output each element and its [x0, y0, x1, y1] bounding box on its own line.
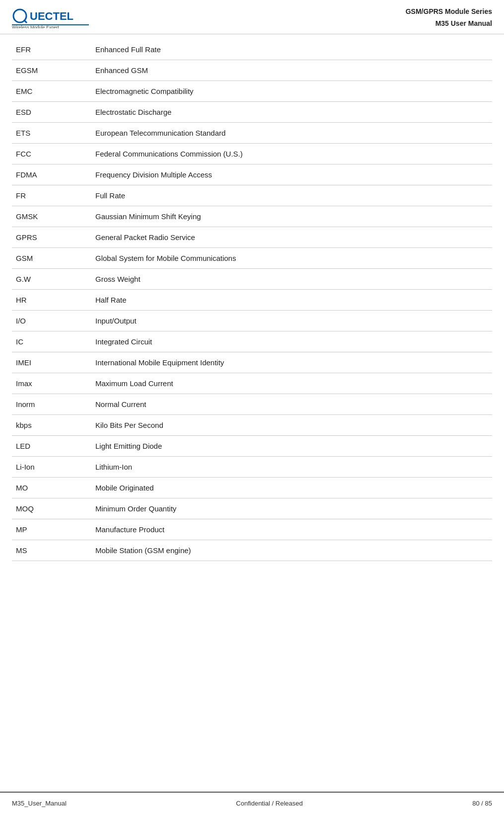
abbreviation-cell: GSM [12, 247, 91, 268]
definition-cell: Enhanced GSM [91, 60, 492, 81]
page-header: UECTEL Wireless Module Expert GSM/GPRS M… [0, 0, 504, 34]
abbreviation-cell: MP [12, 519, 91, 540]
definition-cell: General Packet Radio Service [91, 227, 492, 247]
definition-cell: Mobile Station (GSM engine) [91, 540, 492, 561]
abbreviation-cell: LED [12, 435, 91, 456]
table-row: MPManufacture Product [12, 519, 492, 540]
manual-title: M35 User Manual [406, 18, 492, 30]
abbreviation-cell: GPRS [12, 227, 91, 247]
definition-cell: Input/Output [91, 310, 492, 331]
definition-cell: Federal Communications Commission (U.S.) [91, 143, 492, 164]
table-row: FRFull Rate [12, 185, 492, 206]
svg-line-1 [24, 20, 27, 23]
definition-cell: Full Rate [91, 185, 492, 206]
definition-cell: Electromagnetic Compatibility [91, 81, 492, 101]
table-row: I/OInput/Output [12, 310, 492, 331]
footer-center: Confidential / Released [236, 800, 302, 807]
definition-cell: European Telecommunication Standard [91, 122, 492, 143]
logo-area: UECTEL Wireless Module Expert [12, 6, 91, 28]
table-row: LEDLight Emitting Diode [12, 435, 492, 456]
table-row: EMCElectromagnetic Compatibility [12, 81, 492, 101]
definition-cell: Normal Current [91, 394, 492, 414]
table-row: FCCFederal Communications Commission (U.… [12, 143, 492, 164]
definition-cell: Frequency Division Multiple Access [91, 164, 492, 185]
table-row: GMSKGaussian Minimum Shift Keying [12, 206, 492, 227]
table-row: ImaxMaximum Load Current [12, 373, 492, 394]
abbreviation-cell: FDMA [12, 164, 91, 185]
definition-cell: Kilo Bits Per Second [91, 414, 492, 435]
definition-cell: Gaussian Minimum Shift Keying [91, 206, 492, 227]
logo-brand: UECTEL Wireless Module Expert [12, 6, 91, 28]
abbreviation-cell: MO [12, 477, 91, 498]
page-footer: M35_User_Manual Confidential / Released … [0, 792, 504, 814]
abbreviation-cell: IMEI [12, 352, 91, 373]
abbreviation-cell: kbps [12, 414, 91, 435]
definition-cell: Maximum Load Current [91, 373, 492, 394]
quectel-logo-icon: UECTEL Wireless Module Expert [12, 6, 91, 28]
table-row: InormNormal Current [12, 394, 492, 414]
abbreviation-cell: Imax [12, 373, 91, 394]
abbreviation-cell: GMSK [12, 206, 91, 227]
table-row: IMEIInternational Mobile Equipment Ident… [12, 352, 492, 373]
svg-text:UECTEL: UECTEL [30, 10, 73, 22]
abbreviation-cell: I/O [12, 310, 91, 331]
abbreviation-cell: Inorm [12, 394, 91, 414]
svg-text:Wireless Module Expert: Wireless Module Expert [12, 25, 60, 28]
table-row: ESDElectrostatic Discharge [12, 101, 492, 122]
footer-right: 80 / 85 [472, 800, 492, 807]
definition-cell: Gross Weight [91, 268, 492, 289]
footer-left: M35_User_Manual [12, 800, 67, 807]
abbreviation-cell: EGSM [12, 60, 91, 81]
abbreviation-cell: ESD [12, 101, 91, 122]
definition-cell: Enhanced Full Rate [91, 39, 492, 60]
table-row: GPRSGeneral Packet Radio Service [12, 227, 492, 247]
abbreviation-cell: HR [12, 289, 91, 310]
abbreviation-table: EFREnhanced Full RateEGSMEnhanced GSMEMC… [12, 39, 492, 561]
series-title: GSM/GPRS Module Series [406, 6, 492, 18]
table-row: EFREnhanced Full Rate [12, 39, 492, 60]
definition-cell: Global System for Mobile Communications [91, 247, 492, 268]
abbreviation-cell: IC [12, 331, 91, 352]
definition-cell: Lithium-Ion [91, 456, 492, 477]
table-row: kbpsKilo Bits Per Second [12, 414, 492, 435]
abbreviation-cell: MOQ [12, 498, 91, 519]
definition-cell: Integrated Circuit [91, 331, 492, 352]
table-row: FDMAFrequency Division Multiple Access [12, 164, 492, 185]
definition-cell: Half Rate [91, 289, 492, 310]
table-row: G.WGross Weight [12, 268, 492, 289]
abbreviation-cell: Li-Ion [12, 456, 91, 477]
table-row: MOMobile Originated [12, 477, 492, 498]
definition-cell: Light Emitting Diode [91, 435, 492, 456]
table-row: GSMGlobal System for Mobile Communicatio… [12, 247, 492, 268]
abbreviation-cell: FR [12, 185, 91, 206]
abbreviation-cell: MS [12, 540, 91, 561]
table-row: ETSEuropean Telecommunication Standard [12, 122, 492, 143]
content-area: EFREnhanced Full RateEGSMEnhanced GSMEMC… [0, 34, 504, 601]
definition-cell: Electrostatic Discharge [91, 101, 492, 122]
table-row: MOQMinimum Order Quantity [12, 498, 492, 519]
table-row: Li-IonLithium-Ion [12, 456, 492, 477]
header-title-area: GSM/GPRS Module Series M35 User Manual [406, 6, 492, 30]
definition-cell: Manufacture Product [91, 519, 492, 540]
abbreviation-cell: EFR [12, 39, 91, 60]
abbreviation-cell: EMC [12, 81, 91, 101]
table-row: HRHalf Rate [12, 289, 492, 310]
table-row: EGSMEnhanced GSM [12, 60, 492, 81]
definition-cell: International Mobile Equipment Identity [91, 352, 492, 373]
table-row: MSMobile Station (GSM engine) [12, 540, 492, 561]
abbreviation-cell: FCC [12, 143, 91, 164]
abbreviation-cell: G.W [12, 268, 91, 289]
definition-cell: Minimum Order Quantity [91, 498, 492, 519]
definition-cell: Mobile Originated [91, 477, 492, 498]
table-row: ICIntegrated Circuit [12, 331, 492, 352]
abbreviation-cell: ETS [12, 122, 91, 143]
